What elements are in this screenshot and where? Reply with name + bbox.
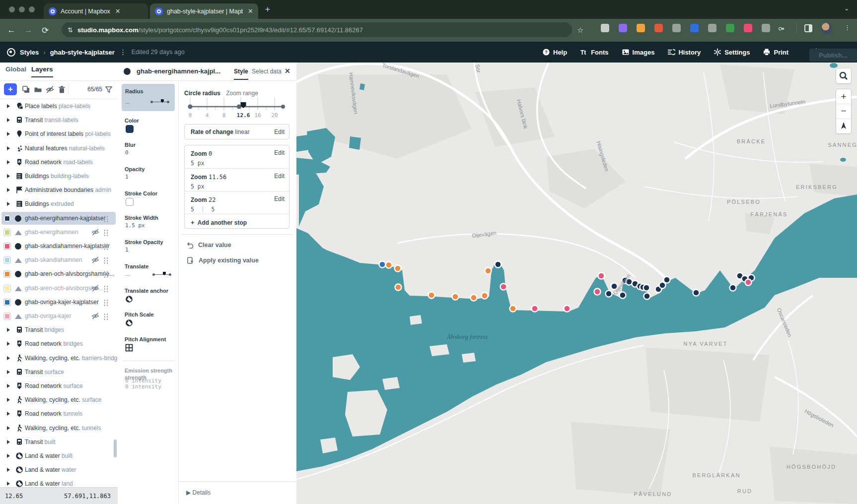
zoom-in-button[interactable]: + [836,89,851,104]
layer-group-row[interactable]: Administrative boundaries admin [0,184,118,197]
tab-global[interactable]: Global [5,65,26,73]
kajplats-data-point[interactable] [510,306,516,312]
expand-caret-icon[interactable] [7,118,10,122]
kajplats-data-point[interactable] [564,306,571,312]
breadcrumb-styles[interactable]: Styles [20,49,39,56]
expand-caret-icon[interactable] [7,132,10,136]
layer-row[interactable]: ghab-ovriga-kajer [0,310,118,323]
expand-caret-icon[interactable] [7,146,10,150]
style-menu-kebab-icon[interactable]: ⋮ [120,48,127,56]
layer-row[interactable]: ghab-energihamnen-kajplatser [0,212,118,226]
apply-existing-value-button[interactable]: Apply existing value [187,257,259,264]
drag-handle-icon[interactable] [103,229,109,236]
layer-row[interactable]: ghab-energihamnen [0,226,118,240]
notes-extension-icon[interactable] [637,24,645,32]
expand-caret-icon[interactable] [7,174,10,178]
kajplats-data-point[interactable] [644,293,650,300]
drag-handle-icon[interactable] [103,271,109,278]
expand-caret-icon[interactable] [7,384,10,388]
tab-close-icon[interactable]: ✕ [115,7,121,15]
expand-caret-icon[interactable] [7,160,10,164]
tag-extension-icon[interactable] [690,24,699,32]
zoom-stop-row[interactable]: Zoom 05 pxEdit [185,145,289,168]
window-close-button[interactable] [9,6,15,12]
tab-layers[interactable]: Layers [31,65,53,77]
bitwarden-extension-icon[interactable] [744,24,752,32]
map-canvas[interactable]: TorslandavägenHamneviksvägenSörHalvors l… [296,63,857,504]
layer-group-row[interactable]: ARoad network surface [0,379,118,393]
kajplats-data-point[interactable] [395,284,402,291]
menu-item-images[interactable]: Images [622,48,655,56]
layer-row[interactable]: ghab-ovriga-kajer-kajplatser [0,296,118,310]
kajplats-data-point[interactable] [452,294,459,300]
expand-caret-icon[interactable] [7,188,10,192]
kajplats-data-point[interactable] [693,290,700,296]
expand-caret-icon[interactable] [7,412,10,416]
zoom-stop-dot[interactable] [188,105,193,109]
property-value[interactable]: 1 [125,247,129,253]
kajplats-data-point[interactable] [598,273,605,279]
gear-extension-icon[interactable] [762,24,770,32]
window-maximize-button[interactable] [29,6,35,12]
site-settings-icon[interactable]: ⇅ [68,26,72,34]
zoom-stop-row[interactable]: Zoom 225 | 5Edit [185,191,289,214]
layer-group-row[interactable]: ARoad network road-labels [0,156,118,170]
property-radius-selected[interactable]: Radius... [122,84,175,111]
kajplats-data-point[interactable] [664,277,670,283]
kajplats-data-point[interactable] [482,293,488,299]
layer-color-swatch[interactable] [3,313,11,320]
camera-extension-icon[interactable] [708,24,716,32]
layer-row[interactable]: ghab-aren-och-alvsborgshamne... [0,267,118,281]
layer-group-row[interactable]: Land & water water [0,463,118,477]
drag-handle-icon[interactable] [103,299,109,306]
layer-group-row[interactable]: Walking, cycling, etc. barriers-bridges [0,352,118,366]
expand-caret-icon[interactable] [7,440,10,444]
hidden-eye-icon[interactable] [91,228,99,238]
kajplats-data-point[interactable] [495,261,501,268]
kajplats-data-point[interactable] [606,291,612,297]
layer-row[interactable]: ghab-skandiahamnen-kajplatser [0,240,118,253]
globe-icon[interactable] [125,319,133,329]
layer-group-row[interactable]: Transit surface [0,366,118,379]
expand-caret-icon[interactable] [7,454,10,458]
tab-close-icon[interactable]: ✕ [248,7,253,15]
kajplats-data-point[interactable] [500,284,507,290]
drag-handle-icon[interactable] [103,285,109,292]
rate-of-change-row[interactable]: Rate of change linear Edit [184,124,289,139]
layer-group-row[interactable]: Place labels place-labels [0,100,118,114]
layer-group-row[interactable]: Walking, cycling, etc. surface [0,393,118,407]
layer-group-row[interactable]: Buildings building-labels [0,170,118,184]
layer-group-row[interactable]: Walking, cycling, etc. tunnels [0,422,118,436]
layer-group-row[interactable]: ARoad network bridges [0,337,118,351]
clear-value-button[interactable]: Clear value [187,242,231,249]
property-value[interactable]: 1 [125,174,129,180]
keyboard-extension-icon[interactable] [601,24,609,32]
layer-color-swatch[interactable] [3,270,11,278]
edit-stop-link[interactable]: Edit [274,149,285,156]
layer-group-row[interactable]: Buildings extruded [0,197,118,211]
expand-caret-icon[interactable] [7,482,10,486]
drag-handle-icon[interactable] [103,313,109,320]
expand-caret-icon[interactable] [7,370,10,374]
map-search-button[interactable] [836,68,851,83]
browser-tab-style-editor[interactable]: ghab-style-kajplatser | Mapb ✕ [150,3,258,19]
menu-item-history[interactable]: History [667,48,701,56]
layer-color-swatch[interactable] [3,229,11,236]
kajplats-data-point[interactable] [379,261,386,268]
add-another-stop-button[interactable]: + Add another stop [185,214,289,228]
hidden-eye-icon[interactable] [91,312,99,322]
menu-item-print[interactable]: Print [763,48,788,56]
color-swatch[interactable] [126,198,134,206]
kajplats-data-point[interactable] [485,268,492,274]
kajplats-data-point[interactable] [471,295,477,301]
layer-row[interactable]: ghab-skandiahamnen [0,253,118,267]
expand-caret-icon[interactable] [7,202,10,206]
window-minimize-button[interactable] [19,6,25,12]
back-button[interactable]: ← [3,25,20,35]
bookmark-star-icon[interactable]: ☆ [577,26,583,35]
browser-tab-account[interactable]: Account | Mapbox ✕ [44,3,148,19]
close-panel-icon[interactable]: ✕ [285,67,290,75]
kajplats-data-point[interactable] [428,292,435,299]
property-value[interactable]: 0 [125,149,129,156]
layer-group-row[interactable]: Land & water built [0,449,118,463]
